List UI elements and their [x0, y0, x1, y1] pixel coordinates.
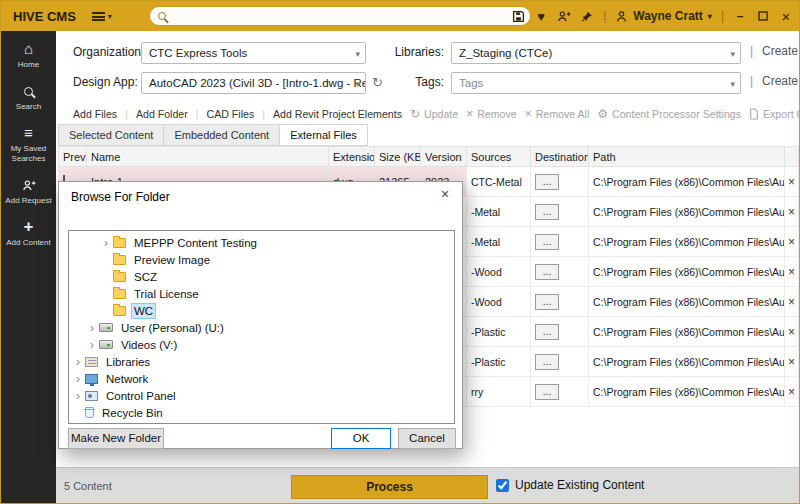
remove-row-icon[interactable]: ×	[788, 175, 795, 189]
folder-icon	[113, 272, 126, 282]
chevron-down-icon: ▾	[730, 49, 735, 59]
folder-icon	[113, 255, 126, 265]
tree-item[interactable]: › Network	[69, 370, 454, 387]
libraries-label: Libraries:	[386, 45, 444, 59]
design-app-dropdown[interactable]: AutoCAD 2023 (Civil 3D - [Intro-1.dwg - …	[141, 72, 366, 94]
tree-item[interactable]: › User (Personal) (U:)	[69, 319, 454, 336]
remove-row-icon[interactable]: ×	[788, 355, 795, 369]
create-tag-link[interactable]: Create	[762, 74, 798, 88]
plus-icon: +	[24, 219, 34, 235]
share-user-button[interactable]	[557, 8, 571, 24]
maximize-button[interactable]	[756, 8, 770, 24]
chevron-right-icon[interactable]: ›	[87, 339, 97, 351]
column-header[interactable]: Preview	[59, 147, 87, 167]
update-button[interactable]: ↻ Update	[410, 108, 458, 120]
sidebar-item-saved-searches[interactable]: ≡ My Saved Searches	[1, 125, 56, 164]
folder-icon	[113, 238, 126, 248]
remove-row-icon[interactable]: ×	[788, 235, 795, 249]
user-name: Wayne Cratt	[633, 9, 703, 23]
remove-row-icon[interactable]: ×	[788, 265, 795, 279]
column-header[interactable]: Version	[421, 147, 467, 167]
create-library-link[interactable]: Create	[762, 44, 798, 58]
destination-browse-button[interactable]: ...	[535, 324, 559, 340]
global-search[interactable]	[149, 6, 531, 26]
close-icon[interactable]: ×	[437, 186, 453, 202]
update-existing-checkbox[interactable]	[496, 479, 509, 492]
destination-browse-button[interactable]: ...	[535, 234, 559, 250]
destination-browse-button[interactable]: ...	[535, 174, 559, 190]
tab-external-files[interactable]: External Files	[279, 124, 368, 146]
column-header	[785, 147, 799, 167]
tree-item-selected[interactable]: › WC	[69, 302, 454, 319]
destination-browse-button[interactable]: ...	[535, 264, 559, 280]
tags-label: Tags:	[386, 75, 444, 89]
destination-browse-button[interactable]: ...	[535, 384, 559, 400]
column-header[interactable]: Destination	[531, 147, 589, 167]
column-header[interactable]: Extension	[329, 147, 375, 167]
column-header[interactable]: Size (KB)	[375, 147, 421, 167]
column-header[interactable]: Sources	[467, 147, 531, 167]
tree-item[interactable]: › Videos (V:)	[69, 336, 454, 353]
heart-icon: ♥	[537, 10, 545, 23]
favorites-button[interactable]: ♥	[534, 8, 548, 24]
libraries-dropdown[interactable]: Z_Staging (CTCe) ▾	[451, 42, 741, 64]
tree-item[interactable]: › Libraries	[69, 353, 454, 370]
sidebar-item-add-content[interactable]: + Add Content	[1, 219, 56, 248]
save-button[interactable]	[511, 8, 525, 24]
tab-selected-content[interactable]: Selected Content	[58, 124, 163, 146]
tree-item[interactable]: › Control Panel	[69, 387, 454, 404]
search-icon	[158, 12, 166, 20]
libraries-icon	[85, 357, 98, 367]
destination-browse-button[interactable]: ...	[535, 354, 559, 370]
sidebar-item-add-request[interactable]: Add Request	[1, 177, 56, 206]
close-button[interactable]: ×	[779, 8, 793, 24]
chevron-right-icon[interactable]: ›	[73, 373, 83, 385]
tree-item[interactable]: › SCZ	[69, 268, 454, 285]
chevron-right-icon[interactable]: ›	[73, 356, 83, 368]
organization-dropdown[interactable]: CTC Express Tools ▾	[141, 42, 366, 64]
column-header[interactable]: Name	[87, 147, 329, 167]
chevron-right-icon[interactable]: ›	[101, 237, 111, 249]
tree-item[interactable]: › Preview Image	[69, 251, 454, 268]
remove-row-icon[interactable]: ×	[788, 325, 795, 339]
cad-files-button[interactable]: CAD Files	[207, 108, 255, 120]
destination-browse-button[interactable]: ...	[535, 294, 559, 310]
titlebar-divider: |	[603, 9, 606, 23]
tab-embedded-content[interactable]: Embedded Content	[163, 124, 279, 146]
sidebar: ⌂ Home Search ≡ My Saved Searches Add Re…	[1, 31, 56, 504]
drive-icon	[99, 323, 113, 332]
tree-item[interactable]: › Recycle Bin	[69, 404, 454, 421]
tree-item[interactable]: › MEPPP Content Testing	[69, 234, 454, 251]
process-button[interactable]: Process	[291, 475, 488, 499]
chevron-right-icon[interactable]: ›	[87, 322, 97, 334]
ok-button[interactable]: OK	[331, 428, 391, 449]
add-folder-button[interactable]: Add Folder	[136, 108, 188, 120]
content-processor-settings-button[interactable]: ⚙ Content Processor Settings	[597, 108, 741, 120]
remove-row-icon[interactable]: ×	[788, 205, 795, 219]
sidebar-item-search[interactable]: Search	[1, 83, 56, 112]
add-revit-project-elements-button[interactable]: Add Revit Project Elements	[273, 108, 402, 120]
cancel-button[interactable]: Cancel	[398, 428, 456, 449]
person-plus-icon	[557, 10, 571, 23]
chevron-right-icon[interactable]: ›	[73, 390, 83, 402]
pin-button[interactable]	[580, 8, 594, 24]
destination-browse-button[interactable]: ...	[535, 204, 559, 220]
chevron-down-icon: ▾	[355, 79, 360, 89]
minimize-button[interactable]: –	[733, 8, 747, 24]
user-menu[interactable]: Wayne Cratt ▾	[615, 9, 712, 23]
remove-button[interactable]: × Remove	[466, 108, 516, 120]
remove-all-button[interactable]: × Remove All	[525, 108, 590, 120]
tree-item[interactable]: › Trial License	[69, 285, 454, 302]
remove-row-icon[interactable]: ×	[788, 385, 795, 399]
add-files-button[interactable]: Add Files	[73, 108, 117, 120]
remove-row-icon[interactable]: ×	[788, 295, 795, 309]
sidebar-item-home[interactable]: ⌂ Home	[1, 41, 56, 70]
search-input[interactable]	[172, 10, 522, 22]
refresh-icon[interactable]: ↻	[372, 75, 383, 90]
tags-dropdown[interactable]: Tags ▾	[451, 72, 741, 94]
make-new-folder-button[interactable]: Make New Folder	[68, 428, 164, 449]
main-menu-button[interactable]: ▾	[92, 12, 112, 21]
maximize-icon	[758, 11, 768, 21]
export-content-button[interactable]: Export Content	[749, 108, 800, 120]
column-header[interactable]: Path	[589, 147, 785, 167]
